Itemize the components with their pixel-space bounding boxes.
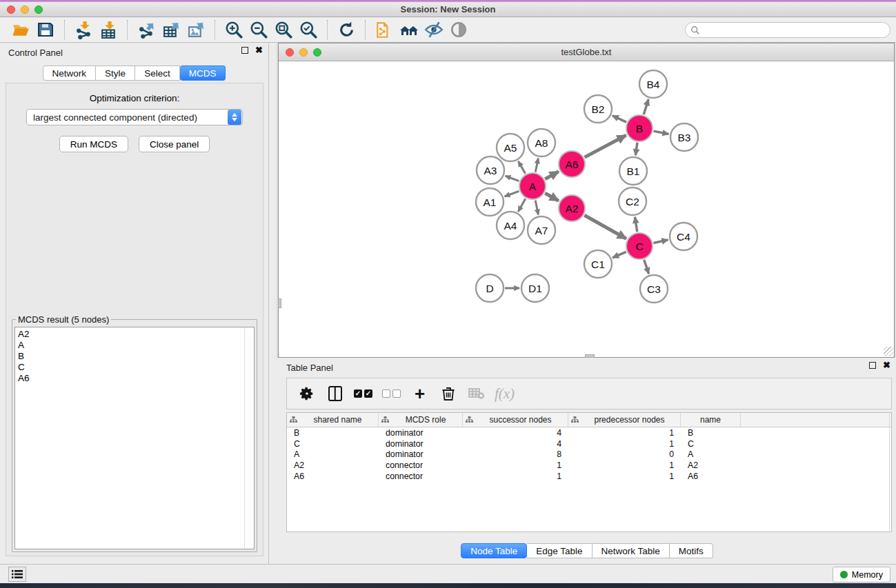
result-list-scrollbar[interactable] xyxy=(244,327,254,549)
cell-shared-name[interactable]: A6 xyxy=(287,472,379,481)
graph-node-C2[interactable]: C2 xyxy=(619,187,646,215)
graph-node-A6[interactable]: A6 xyxy=(559,151,585,177)
graph-node-C[interactable]: C xyxy=(626,233,653,259)
table-options-gear-icon[interactable] xyxy=(294,381,319,406)
select-all-icon[interactable]: ✓✓ xyxy=(350,381,376,406)
column-header-successor-nodes[interactable]: successor nodes xyxy=(463,413,568,427)
table-row[interactable]: A2connector11A2 xyxy=(287,460,891,471)
deselect-all-icon[interactable] xyxy=(379,381,404,406)
graph-edge-B-B1[interactable] xyxy=(635,143,637,155)
network-canvas-container[interactable]: B4B2BB3A8A5A6A3B1AA1C2A2A4A7C4CC1C3DD1 xyxy=(279,61,894,357)
cell-shared-name[interactable]: C xyxy=(287,439,379,449)
graph-edge-B-B4[interactable] xyxy=(644,99,648,114)
graph-edge-A-A1[interactable] xyxy=(505,191,519,196)
table-tab-motifs[interactable]: Motifs xyxy=(670,543,713,558)
cell-MCDS-role[interactable]: dominator xyxy=(379,428,463,438)
delete-row-icon[interactable] xyxy=(435,381,461,406)
network-window-titlebar[interactable]: testGlobe.txt xyxy=(279,43,894,61)
graph-node-A2[interactable]: A2 xyxy=(559,195,585,221)
mcds-result-item[interactable]: A2 xyxy=(18,329,254,340)
graph-edge-A-A6[interactable] xyxy=(545,172,559,179)
import-network-icon[interactable] xyxy=(71,19,96,41)
window-edge-grip[interactable] xyxy=(278,298,281,308)
graph-edge-A-A5[interactable] xyxy=(518,161,525,174)
graph-edge-A-A7[interactable] xyxy=(535,201,538,215)
refresh-icon[interactable] xyxy=(334,19,359,41)
column-header-name[interactable]: name xyxy=(681,413,741,427)
cell-predecessor-nodes[interactable]: 1 xyxy=(568,439,681,449)
cell-name[interactable]: A2 xyxy=(681,460,741,470)
zoom-out-icon[interactable] xyxy=(246,19,271,41)
cell-shared-name[interactable]: B xyxy=(287,428,379,438)
save-session-icon[interactable] xyxy=(33,19,58,41)
graph-edge-A6-B[interactable] xyxy=(585,135,626,157)
graph-node-D[interactable]: D xyxy=(476,274,504,302)
graph-node-A4[interactable]: A4 xyxy=(497,212,524,239)
cell-MCDS-role[interactable]: connector xyxy=(379,460,463,470)
graph-node-A[interactable]: A xyxy=(519,173,546,199)
cell-successor-nodes[interactable]: 1 xyxy=(463,472,568,481)
graph-node-B[interactable]: B xyxy=(626,115,653,141)
cell-name[interactable]: B xyxy=(681,428,741,438)
table-tab-node-table[interactable]: Node Table xyxy=(461,543,527,558)
graph-edge-A-A4[interactable] xyxy=(518,199,525,212)
cell-shared-name[interactable]: A2 xyxy=(287,460,379,470)
graph-node-A3[interactable]: A3 xyxy=(477,156,504,184)
show-hide-graphics-details-icon[interactable] xyxy=(421,19,446,41)
graph-node-A7[interactable]: A7 xyxy=(528,216,555,244)
table-row[interactable]: A6connector11A6 xyxy=(287,471,891,482)
cell-predecessor-nodes[interactable]: 0 xyxy=(568,449,681,459)
cell-successor-nodes[interactable]: 8 xyxy=(463,449,568,459)
graph-edge-A-A2[interactable] xyxy=(545,193,559,201)
birds-eye-view-icon[interactable] xyxy=(446,19,471,41)
graph-node-A1[interactable]: A1 xyxy=(476,188,504,216)
zoom-in-icon[interactable] xyxy=(221,19,246,41)
graph-edge-C-C3[interactable] xyxy=(644,260,649,274)
graph-edge-B-B3[interactable] xyxy=(654,131,669,134)
export-network-icon[interactable] xyxy=(134,19,159,41)
cell-successor-nodes[interactable]: 4 xyxy=(463,439,568,449)
cell-predecessor-nodes[interactable]: 1 xyxy=(568,460,681,470)
cell-MCDS-role[interactable]: dominator xyxy=(379,449,463,459)
task-history-button[interactable] xyxy=(8,567,26,582)
column-header-predecessor-nodes[interactable]: predecessor nodes xyxy=(568,413,681,427)
new-network-from-selection-icon[interactable] xyxy=(372,19,397,41)
cell-shared-name[interactable]: A xyxy=(287,449,379,459)
zoom-fit-icon[interactable] xyxy=(271,19,296,41)
function-builder-icon[interactable]: f(x) xyxy=(492,381,517,406)
graph-edge-B-B2[interactable] xyxy=(613,116,626,122)
close-panel-button[interactable]: Close panel xyxy=(139,136,210,152)
graph-node-B4[interactable]: B4 xyxy=(639,70,667,98)
cell-MCDS-role[interactable]: connector xyxy=(379,472,463,481)
table-tab-network-table[interactable]: Network Table xyxy=(593,543,670,558)
open-session-icon[interactable] xyxy=(8,19,33,41)
graph-edge-C-C1[interactable] xyxy=(613,252,626,258)
graph-node-C4[interactable]: C4 xyxy=(670,223,697,250)
import-table-icon[interactable] xyxy=(96,19,121,41)
graph-node-B3[interactable]: B3 xyxy=(670,123,698,151)
table-row[interactable]: Bdominator41B xyxy=(287,427,891,438)
search-field[interactable] xyxy=(685,22,890,38)
cell-predecessor-nodes[interactable]: 1 xyxy=(568,428,681,438)
graph-edge-A-A3[interactable] xyxy=(506,176,519,181)
run-mcds-button[interactable]: Run MCDS xyxy=(59,136,128,152)
cell-successor-nodes[interactable]: 1 xyxy=(463,460,568,470)
close-panel-icon[interactable]: ✖ xyxy=(255,47,263,54)
cell-successor-nodes[interactable]: 4 xyxy=(463,428,568,438)
float-table-panel-icon[interactable] xyxy=(869,362,876,369)
criterion-dropdown[interactable]: largest connected component (directed) xyxy=(26,109,243,125)
zoom-selected-icon[interactable] xyxy=(296,19,321,41)
search-input[interactable] xyxy=(700,26,890,35)
cell-name[interactable]: C xyxy=(681,439,741,449)
tab-mcds[interactable]: MCDS xyxy=(180,65,226,81)
float-panel-icon[interactable] xyxy=(241,47,248,54)
tab-network[interactable]: Network xyxy=(43,65,97,81)
graph-edge-C-C2[interactable] xyxy=(635,217,637,232)
cell-name[interactable]: A6 xyxy=(681,472,741,481)
export-image-icon[interactable] xyxy=(183,19,208,41)
graph-edge-A-A8[interactable] xyxy=(535,159,538,172)
column-header-MCDS-role[interactable]: MCDS role xyxy=(379,413,463,427)
memory-button[interactable]: Memory xyxy=(833,567,890,582)
mcds-result-item[interactable]: C xyxy=(18,362,254,373)
network-canvas[interactable]: B4B2BB3A8A5A6A3B1AA1C2A2A4A7C4CC1C3DD1 xyxy=(279,61,894,357)
